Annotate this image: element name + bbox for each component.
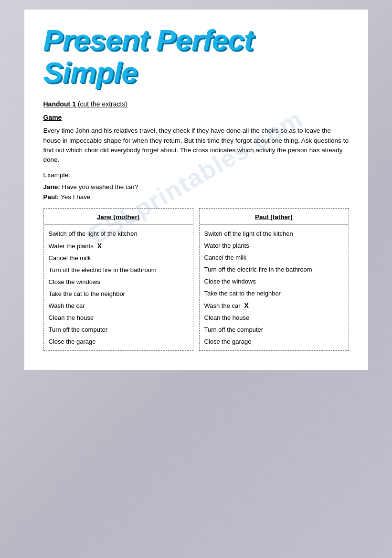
table-row: Wash the car: [49, 300, 188, 312]
paul-table-body: Switch off the light of the kitchenWater…: [200, 225, 349, 350]
row-text: Water the plants: [49, 242, 94, 250]
paul-table: Paul (father) Switch off the light of th…: [199, 208, 349, 351]
table-row: Clean the house: [204, 312, 344, 324]
page-title: Present Perfect Simple: [43, 24, 349, 89]
row-text: Switch off the light of the kitchen: [49, 230, 138, 237]
paul-line: Yes I have: [61, 193, 91, 200]
paul-table-header: Paul (father): [200, 209, 349, 225]
table-row: Switch off the light of the kitchen: [204, 228, 344, 240]
table-row: Take the cat to the neighbor: [49, 288, 188, 300]
jane-table: Jane (mother) Switch off the light of th…: [43, 208, 193, 351]
table-row: Water the plants: [204, 240, 344, 252]
table-row: Clean the house: [49, 312, 188, 324]
table-row: Close the windows: [204, 275, 344, 287]
table-row: Switch off the light of the kitchen: [49, 228, 188, 240]
tables-container: Jane (mother) Switch off the light of th…: [43, 208, 349, 351]
table-row: Cancel the milk: [49, 252, 188, 264]
row-text: Wash the car: [204, 302, 241, 309]
table-row: Water the plantsX: [49, 240, 188, 252]
done-mark: X: [97, 242, 102, 250]
done-mark: X: [244, 302, 249, 309]
table-row: Close the windows: [49, 276, 188, 288]
row-text: Turn off the electric fire in the bathro…: [49, 266, 157, 274]
table-row: Turn off the computer: [204, 324, 344, 336]
table-row: Turn off the electric fire in the bathro…: [49, 264, 188, 276]
table-row: Close the garage: [204, 336, 344, 347]
handout-label: Handout 1 (cut the extracts): [43, 100, 349, 108]
jane-line: Have you washed the car?: [62, 183, 138, 190]
row-text: Switch off the light of the kitchen: [204, 230, 293, 237]
jane-table-header: Jane (mother): [44, 209, 193, 225]
row-text: Take the cat to the neighbor: [49, 290, 125, 297]
row-text: Clean the house: [49, 314, 94, 321]
row-text: Take the cat to the neighbor: [204, 290, 281, 297]
jane-table-body: Switch off the light of the kitchenWater…: [44, 225, 193, 350]
example-label: Example:: [43, 171, 349, 179]
row-text: Close the windows: [204, 278, 256, 285]
table-row: Wash the carX: [204, 299, 344, 312]
row-text: Water the plants: [204, 242, 249, 249]
table-row: Take the cat to the neighbor: [204, 287, 344, 299]
row-text: Wash the car: [49, 302, 85, 309]
jane-dialogue: Jane: Have you washed the car?: [43, 183, 349, 190]
game-label: Game: [43, 114, 349, 121]
row-text: Close the garage: [49, 338, 96, 345]
row-text: Clean the house: [204, 314, 250, 321]
paul-dialogue: Paul: Yes I have: [43, 193, 349, 200]
row-text: Cancel the milk: [204, 254, 247, 261]
row-text: Turn off the electric fire in the bathro…: [204, 266, 312, 273]
jane-speaker: Jane:: [43, 183, 60, 190]
row-text: Turn off the computer: [49, 326, 108, 333]
table-row: Cancel the milk: [204, 252, 344, 263]
row-text: Turn off the computer: [204, 326, 264, 333]
handout-suffix: (cut the extracts): [76, 100, 127, 108]
game-description: Every time John and his relatives travel…: [43, 126, 349, 165]
row-text: Cancel the milk: [49, 254, 91, 262]
table-row: Turn off the electric fire in the bathro…: [204, 263, 344, 275]
table-row: Close the garage: [49, 336, 188, 347]
paul-speaker: Paul:: [43, 193, 59, 200]
row-text: Close the garage: [204, 338, 252, 345]
handout-label-text: Handout 1: [43, 100, 76, 108]
table-row: Turn off the computer: [49, 324, 188, 336]
row-text: Close the windows: [49, 278, 100, 285]
page: ESLprintables.com Present Perfect Simple…: [24, 10, 368, 370]
